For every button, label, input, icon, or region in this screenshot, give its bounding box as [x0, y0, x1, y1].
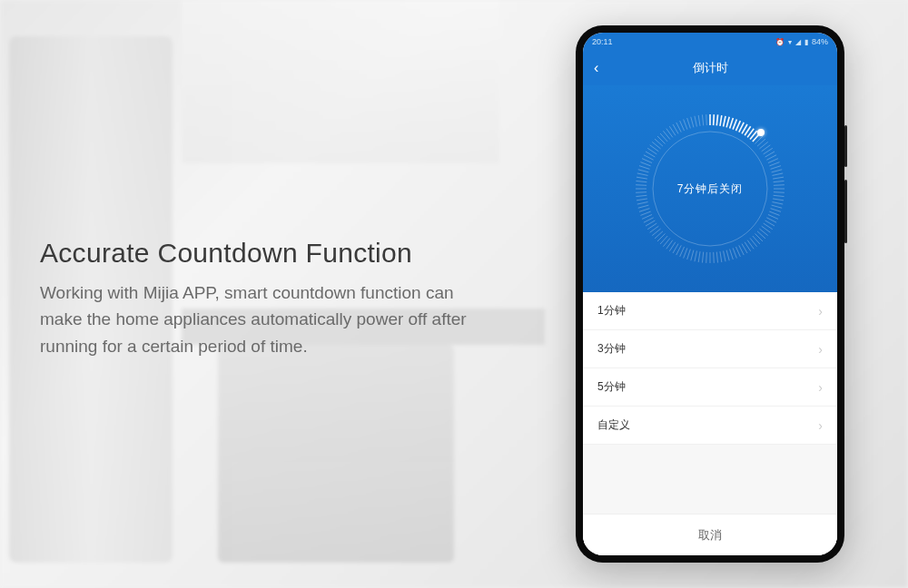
- svg-line-24: [771, 166, 781, 170]
- svg-line-117: [698, 115, 700, 126]
- svg-line-64: [695, 250, 696, 261]
- list-item-label: 自定义: [597, 417, 630, 433]
- svg-line-4: [724, 116, 725, 127]
- svg-line-6: [730, 118, 734, 128]
- svg-line-1: [714, 114, 715, 125]
- svg-line-56: [724, 250, 725, 261]
- svg-line-85: [638, 205, 649, 208]
- svg-line-84: [639, 209, 649, 212]
- svg-line-65: [691, 250, 694, 261]
- svg-line-34: [772, 202, 783, 204]
- svg-line-5: [726, 117, 729, 128]
- svg-line-25: [772, 170, 783, 172]
- svg-line-22: [768, 159, 778, 163]
- chevron-right-icon: ›: [818, 380, 823, 395]
- battery-icon: ▮: [804, 38, 808, 46]
- marketing-text-block: Accurate Countdown Function Working with…: [40, 238, 467, 359]
- status-time: 20:11: [592, 37, 613, 46]
- svg-line-88: [636, 195, 646, 196]
- svg-line-82: [642, 214, 652, 219]
- svg-line-93: [637, 177, 647, 179]
- svg-line-29: [774, 185, 785, 186]
- svg-line-86: [637, 202, 648, 204]
- preset-list: 1分钟 › 3分钟 › 5分钟 › 自定义 › 取消: [583, 292, 837, 555]
- alarm-icon: ⏰: [775, 38, 785, 46]
- svg-line-94: [637, 173, 648, 175]
- phone-screen: 20:11 ⏰ ▾ ◢ ▮ 84% ‹ 倒计时 7分钟后关闭: [583, 33, 837, 555]
- signal-icon: ◢: [795, 38, 801, 46]
- svg-line-28: [774, 181, 785, 181]
- list-item[interactable]: 3分钟 ›: [583, 330, 837, 368]
- countdown-dial[interactable]: 7分钟后关闭: [628, 107, 792, 270]
- svg-line-27: [773, 177, 784, 179]
- svg-line-36: [771, 209, 781, 212]
- list-item-label: 3分钟: [597, 341, 626, 357]
- svg-line-97: [640, 162, 650, 166]
- svg-line-83: [640, 211, 650, 215]
- svg-line-113: [684, 119, 687, 129]
- chevron-right-icon: ›: [818, 418, 823, 433]
- svg-line-119: [706, 114, 707, 125]
- status-bar: 20:11 ⏰ ▾ ◢ ▮ 84%: [583, 33, 837, 51]
- svg-line-38: [768, 214, 778, 219]
- wifi-icon: ▾: [788, 38, 792, 46]
- svg-line-57: [720, 251, 722, 262]
- svg-line-53: [733, 248, 736, 258]
- dial-label: 7分钟后关闭: [677, 181, 744, 197]
- svg-line-114: [687, 118, 691, 128]
- svg-line-63: [698, 251, 700, 262]
- svg-line-31: [774, 192, 785, 193]
- svg-line-54: [730, 250, 734, 260]
- back-button[interactable]: ‹: [594, 61, 612, 75]
- list-item-label: 5分钟: [597, 379, 626, 395]
- phone-mockup: 20:11 ⏰ ▾ ◢ ▮ 84% ‹ 倒计时 7分钟后关闭: [576, 25, 844, 563]
- cancel-button[interactable]: 取消: [583, 514, 837, 555]
- svg-line-59: [714, 252, 715, 263]
- svg-line-89: [636, 192, 646, 193]
- svg-line-37: [769, 211, 779, 215]
- countdown-panel: 7分钟后关闭: [583, 85, 837, 292]
- svg-line-62: [702, 252, 703, 263]
- svg-line-95: [638, 170, 649, 172]
- svg-line-112: [680, 121, 685, 131]
- svg-line-35: [772, 205, 783, 208]
- list-item[interactable]: 1分钟 ›: [583, 292, 837, 330]
- svg-line-55: [726, 250, 729, 261]
- svg-line-118: [702, 114, 703, 125]
- marketing-body: Working with Mijia APP, smart countdown …: [40, 279, 467, 359]
- battery-percent: 84%: [812, 37, 828, 46]
- svg-line-67: [684, 248, 687, 258]
- chevron-right-icon: ›: [818, 304, 823, 318]
- svg-line-61: [706, 252, 707, 263]
- list-item[interactable]: 5分钟 ›: [583, 368, 837, 407]
- svg-line-23: [769, 162, 779, 166]
- chevron-right-icon: ›: [818, 342, 823, 357]
- svg-line-91: [636, 185, 646, 186]
- marketing-heading: Accurate Countdown Function: [40, 238, 467, 269]
- svg-line-2: [716, 114, 717, 125]
- svg-line-3: [720, 115, 722, 126]
- svg-line-7: [733, 119, 736, 129]
- svg-line-92: [636, 181, 646, 181]
- svg-line-66: [687, 250, 691, 260]
- phone-side-button: [844, 125, 847, 167]
- svg-line-98: [642, 159, 652, 163]
- list-item-label: 1分钟: [597, 303, 626, 318]
- header-title: 倒计时: [612, 60, 808, 76]
- svg-line-87: [637, 199, 647, 201]
- svg-line-58: [716, 252, 717, 263]
- app-header: ‹ 倒计时: [583, 51, 837, 85]
- svg-line-96: [639, 166, 649, 170]
- svg-line-68: [680, 247, 685, 257]
- svg-line-32: [774, 195, 785, 196]
- phone-volume-button: [844, 180, 847, 243]
- svg-line-33: [773, 199, 784, 201]
- svg-line-26: [772, 173, 783, 175]
- svg-line-52: [735, 247, 740, 257]
- status-right: ⏰ ▾ ◢ ▮ 84%: [775, 37, 828, 46]
- svg-line-115: [691, 117, 694, 128]
- svg-line-116: [695, 116, 696, 127]
- dial-knob[interactable]: [757, 129, 765, 136]
- list-item[interactable]: 自定义 ›: [583, 407, 837, 445]
